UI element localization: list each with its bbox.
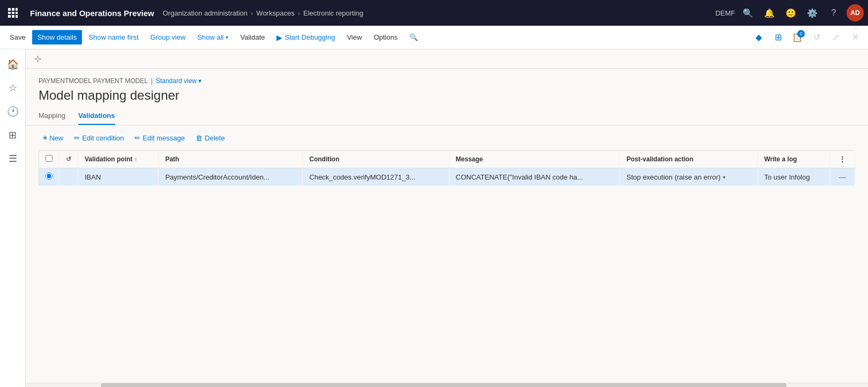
sort-icon: ↑	[134, 157, 137, 162]
svg-rect-2	[16, 8, 18, 11]
sidebar: 🏠 ☆ 🕐 ⊞ ☰	[0, 49, 26, 387]
refresh-header-icon[interactable]: ↺	[66, 155, 71, 163]
sidebar-list-icon[interactable]: ☰	[2, 148, 24, 169]
svg-rect-1	[12, 8, 14, 11]
show-all-label: Show all	[197, 33, 223, 41]
tabs: Mapping Validations	[26, 107, 868, 125]
environment-label: DEMF	[715, 9, 735, 17]
page-title: Model mapping designer	[39, 88, 855, 103]
sidebar-workspace-icon[interactable]: ⊞	[2, 124, 24, 146]
validations-table: ↺ Validation point ↑ Path Condition Mess…	[39, 150, 855, 186]
top-right-icons: DEMF 🔍 🔔 🙂 ⚙️ ? AD	[715, 4, 864, 21]
cmd-right-icons: ◆ ⊞ 📋 0 ↺ ⤢ ✕	[750, 29, 864, 46]
svg-rect-8	[16, 15, 18, 18]
col-message[interactable]: Message	[449, 151, 620, 168]
plus-icon: +	[43, 133, 47, 142]
main-content: ⊹ PAYMENTMODEL PAYMENT MODEL | Standard …	[26, 49, 868, 387]
row-more[interactable]: —	[830, 168, 855, 186]
filter-icon[interactable]: ⊹	[34, 54, 41, 64]
select-all-checkbox[interactable]	[46, 155, 53, 162]
edit-condition-label: Edit condition	[82, 134, 124, 142]
show-all-button[interactable]: Show all ▾	[192, 30, 234, 44]
avatar[interactable]: AD	[847, 4, 864, 21]
scrollbar-thumb[interactable]	[101, 383, 787, 387]
svg-rect-0	[8, 8, 11, 11]
page-header: PAYMENTMODEL PAYMENT MODEL | Standard vi…	[26, 69, 868, 107]
notification-icon[interactable]: 🔔	[761, 4, 778, 21]
delete-button[interactable]: 🗑 Delete	[191, 131, 229, 145]
view-selector[interactable]: Standard view ▾	[156, 77, 201, 85]
col-condition[interactable]: Condition	[303, 151, 449, 168]
sidebar-history-icon[interactable]: 🕐	[2, 101, 24, 122]
svg-rect-4	[12, 12, 14, 14]
col-refresh: ↺	[59, 151, 78, 168]
edit-message-label: Edit message	[143, 134, 185, 142]
row-refresh-cell	[59, 168, 78, 186]
page-breadcrumb: PAYMENTMODEL PAYMENT MODEL | Standard vi…	[39, 77, 855, 85]
tab-validations[interactable]: Validations	[78, 107, 115, 125]
grid-menu-icon[interactable]	[4, 4, 21, 21]
view-label: Standard view	[156, 77, 197, 85]
top-navigation: Finance and Operations Preview Organizat…	[0, 0, 868, 26]
layout: 🏠 ☆ 🕐 ⊞ ☰ ⊹ PAYMENTMODEL PAYMENT MODEL |…	[0, 49, 868, 387]
chevron-down-icon: ▾	[226, 34, 228, 40]
row-post-action: Stop execution (raise an error) ▾	[620, 168, 758, 186]
table-container: ↺ Validation point ↑ Path Condition Mess…	[26, 150, 868, 383]
save-button[interactable]: Save	[4, 30, 31, 44]
debug-icon: ▶	[276, 33, 282, 42]
model-name: PAYMENTMODEL PAYMENT MODEL	[39, 77, 148, 85]
smiley-icon[interactable]: 🙂	[782, 4, 799, 21]
edit-condition-button[interactable]: ✏ Edit condition	[70, 131, 128, 145]
show-details-button[interactable]: Show details	[32, 30, 83, 44]
search-icon[interactable]: 🔍	[739, 4, 757, 21]
validate-button[interactable]: Validate	[235, 30, 270, 44]
svg-rect-7	[12, 15, 14, 18]
svg-rect-5	[16, 12, 18, 14]
row-validation-point: IBAN	[78, 168, 159, 186]
options-button[interactable]: Options	[368, 30, 403, 44]
breadcrumb-er[interactable]: Electronic reporting	[303, 9, 363, 17]
settings-icon[interactable]: ⚙️	[804, 4, 821, 21]
view-chevron-icon: ▾	[198, 77, 201, 85]
col-validation-point[interactable]: Validation point ↑	[78, 151, 159, 168]
sidebar-home-icon[interactable]: 🏠	[2, 54, 24, 75]
col-write-log[interactable]: Write a log	[758, 151, 830, 168]
breadcrumb-org[interactable]: Organization administration	[163, 9, 248, 17]
row-radio[interactable]	[46, 173, 53, 180]
edit-message-button[interactable]: ✏ Edit message	[130, 131, 189, 145]
view-button[interactable]: View	[341, 30, 367, 44]
close-icon[interactable]: ✕	[847, 29, 864, 46]
search-cmd-icon[interactable]: 🔍	[404, 30, 423, 44]
help-icon[interactable]: ?	[825, 4, 842, 21]
diamond-icon[interactable]: ◆	[750, 29, 767, 46]
command-bar: Save Show details Show name first Group …	[0, 26, 868, 49]
action-chevron-icon: ▾	[723, 174, 725, 180]
open-panel-icon[interactable]: ⊞	[769, 29, 787, 46]
start-debugging-button[interactable]: ▶ Start Debugging	[271, 30, 340, 45]
new-button[interactable]: + New	[39, 131, 68, 145]
col-post-action[interactable]: Post-validation action	[620, 151, 758, 168]
sidebar-star-icon[interactable]: ☆	[2, 77, 24, 99]
horizontal-scrollbar[interactable]	[26, 383, 868, 387]
badge-count: 0	[797, 30, 805, 38]
notification-badge-icon[interactable]: 📋 0	[789, 29, 806, 46]
action-dropdown[interactable]: Stop execution (raise an error) ▾	[626, 173, 751, 181]
show-name-first-button[interactable]: Show name first	[83, 30, 144, 44]
col-more[interactable]: ⋮	[830, 151, 855, 168]
action-text: Stop execution (raise an error)	[626, 173, 721, 181]
trash-icon: 🗑	[196, 134, 203, 142]
svg-rect-3	[8, 12, 11, 14]
refresh-icon[interactable]: ↺	[808, 29, 825, 46]
breadcrumb-workspaces[interactable]: Workspaces	[256, 9, 294, 17]
col-vp-label: Validation point	[85, 155, 132, 163]
svg-rect-6	[8, 15, 11, 18]
row-radio-cell[interactable]	[39, 168, 59, 186]
group-view-button[interactable]: Group view	[145, 30, 191, 44]
breadcrumb: Organization administration › Workspaces…	[163, 9, 711, 17]
row-message: CONCATENATE("Invalid IBAN code ha...	[449, 168, 620, 186]
start-debugging-label: Start Debugging	[285, 33, 335, 41]
col-path[interactable]: Path	[159, 151, 303, 168]
tab-mapping[interactable]: Mapping	[39, 107, 65, 125]
table-row[interactable]: IBAN Payments/CreditorAccount/Iden... Ch…	[39, 168, 855, 186]
expand-icon[interactable]: ⤢	[827, 29, 844, 46]
